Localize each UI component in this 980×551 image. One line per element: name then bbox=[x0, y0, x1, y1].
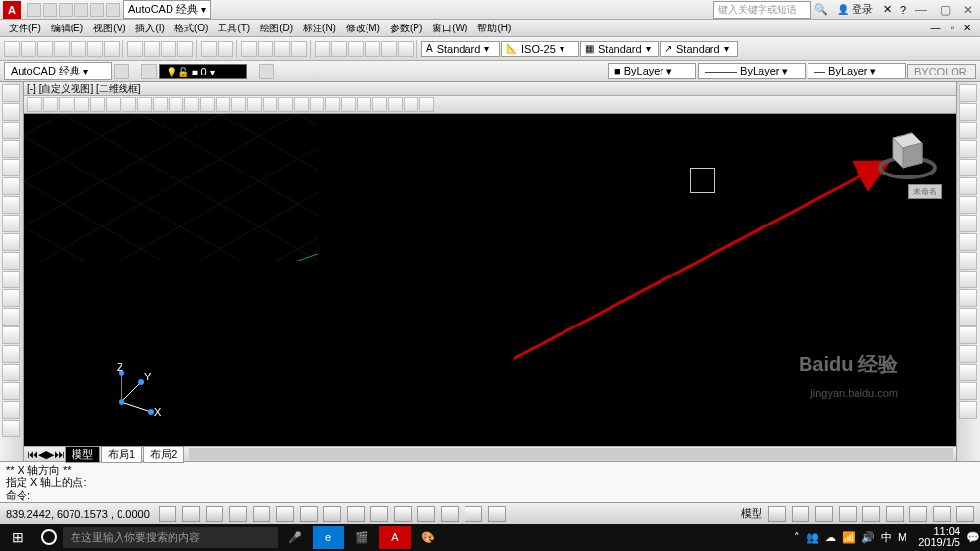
polygon-icon[interactable] bbox=[2, 140, 20, 158]
tb-props-icon[interactable] bbox=[315, 41, 330, 57]
revcloud-icon[interactable] bbox=[2, 215, 20, 232]
sb-lock-icon[interactable] bbox=[886, 506, 904, 522]
move-icon[interactable] bbox=[106, 97, 121, 112]
sb-annovis-icon[interactable] bbox=[839, 506, 857, 522]
tb-tool-icon[interactable] bbox=[348, 41, 364, 57]
layer-state-icon[interactable] bbox=[259, 64, 274, 79]
sb-ducs-icon[interactable] bbox=[347, 506, 365, 522]
cortana-icon[interactable] bbox=[41, 529, 57, 545]
trim-icon[interactable] bbox=[169, 97, 183, 112]
line-icon[interactable] bbox=[2, 84, 20, 102]
explode-icon[interactable] bbox=[263, 97, 277, 112]
taskbar-search-input[interactable]: 在这里输入你要搜索的内容 bbox=[63, 527, 278, 548]
tb-markup-icon[interactable] bbox=[381, 41, 397, 57]
color-dropdown[interactable]: ■ ByLayer ▾ bbox=[608, 63, 696, 79]
table-style-dropdown[interactable]: ▦ Standard ▾ bbox=[580, 41, 659, 57]
lineweight-dropdown[interactable]: — ByLayer ▾ bbox=[808, 63, 906, 79]
start-button[interactable]: ⊞ bbox=[0, 529, 35, 545]
r-chamfer-icon[interactable] bbox=[959, 326, 977, 344]
taskbar-mic-icon[interactable]: 🎤 bbox=[279, 526, 311, 549]
polyline-icon[interactable] bbox=[2, 122, 20, 139]
workspace-dropdown[interactable]: AutoCAD 经典 ▾ bbox=[4, 62, 112, 80]
r-erase-icon[interactable] bbox=[959, 84, 977, 102]
table-icon[interactable] bbox=[2, 382, 20, 400]
offset-icon[interactable] bbox=[74, 97, 89, 112]
layer-props-icon[interactable] bbox=[141, 64, 157, 79]
array-icon[interactable] bbox=[90, 97, 105, 112]
tray-wifi-icon[interactable]: 📶 bbox=[842, 531, 856, 544]
arc-icon[interactable] bbox=[2, 177, 20, 195]
menu-tools[interactable]: 工具(T) bbox=[215, 22, 253, 35]
taskbar-movies-icon[interactable]: 🎬 bbox=[346, 526, 377, 549]
help-search-input[interactable]: 键入关键字或短语 bbox=[713, 1, 811, 19]
tab-model[interactable]: 模型 bbox=[65, 446, 100, 463]
pline-icon[interactable] bbox=[2, 103, 20, 121]
close-button[interactable]: ✕ bbox=[956, 3, 980, 17]
tb-zoomwin-icon[interactable] bbox=[291, 41, 307, 57]
mod6-icon[interactable] bbox=[357, 97, 371, 112]
qat-open-icon[interactable] bbox=[43, 3, 57, 17]
taskbar-edge-icon[interactable]: e bbox=[313, 526, 344, 549]
fillet-icon[interactable] bbox=[247, 97, 262, 112]
ellipse-icon[interactable] bbox=[2, 252, 20, 270]
tab-nav-end-icon[interactable]: ⏭ bbox=[54, 448, 65, 460]
doc-restore-button[interactable]: ▫ bbox=[947, 23, 956, 33]
sb-lwt-icon[interactable] bbox=[394, 506, 412, 522]
mod5-icon[interactable] bbox=[341, 97, 356, 112]
r-break-icon[interactable] bbox=[959, 289, 977, 307]
r-blend-icon[interactable] bbox=[959, 364, 977, 381]
sb-3dosnap-icon[interactable] bbox=[300, 506, 318, 522]
r-trim-icon[interactable] bbox=[959, 252, 977, 270]
r-join-icon[interactable] bbox=[959, 308, 977, 326]
r-array-icon[interactable] bbox=[959, 159, 977, 176]
tray-ime-icon[interactable]: 中 bbox=[881, 530, 892, 545]
taskbar-clock[interactable]: 11:04 2019/1/5 bbox=[912, 526, 966, 548]
maximize-button[interactable]: ▢ bbox=[933, 3, 956, 17]
r-stretch-icon[interactable] bbox=[959, 233, 977, 251]
sb-infer-icon[interactable] bbox=[159, 506, 176, 522]
ucs-icon[interactable]: X Y Z bbox=[107, 363, 166, 422]
menu-edit[interactable]: 编辑(E) bbox=[48, 22, 86, 35]
help-icon[interactable]: ? bbox=[896, 4, 909, 16]
system-tray[interactable]: ˄ 👥 ☁ 📶 🔊 中 M bbox=[788, 530, 912, 545]
join-icon[interactable] bbox=[216, 97, 230, 112]
block-icon[interactable] bbox=[2, 289, 20, 307]
menu-draw[interactable]: 绘图(D) bbox=[257, 22, 296, 35]
sb-am-icon[interactable] bbox=[488, 506, 506, 522]
layer-dropdown[interactable]: 💡🔓 ■ 0 ▾ bbox=[159, 64, 247, 79]
stretch-icon[interactable] bbox=[153, 97, 168, 112]
qat-redo-icon[interactable] bbox=[106, 3, 120, 17]
tb-3ddwf-icon[interactable] bbox=[104, 41, 120, 57]
sb-tpy-icon[interactable] bbox=[417, 506, 435, 522]
rectangle-icon[interactable] bbox=[2, 159, 20, 176]
exchange-icon[interactable]: ✕ bbox=[879, 3, 896, 16]
tb-calc-icon[interactable] bbox=[398, 41, 414, 57]
menu-insert[interactable]: 插入(I) bbox=[132, 22, 167, 35]
mod4-icon[interactable] bbox=[325, 97, 340, 112]
viewport-label[interactable]: [-] [自定义视图] [二维线框] bbox=[24, 82, 956, 96]
sb-grid-icon[interactable] bbox=[206, 506, 223, 522]
drawing-canvas[interactable]: X Y Z 未命名 Baidu 经验 jingyan.baidu.com bbox=[24, 114, 956, 446]
login-link[interactable]: 👤 登录 bbox=[831, 2, 879, 17]
command-window[interactable]: ** X 轴方向 ** 指定 X 轴上的点: 命令: bbox=[0, 461, 980, 502]
tb-dcenter-icon[interactable] bbox=[331, 41, 347, 57]
mleader-style-dropdown[interactable]: ↗ Standard ▾ bbox=[660, 41, 738, 57]
sb-dyn-icon[interactable] bbox=[370, 506, 388, 522]
tray-up-icon[interactable]: ˄ bbox=[794, 531, 800, 544]
sb-snap-icon[interactable] bbox=[182, 506, 200, 522]
tb-redo-icon[interactable] bbox=[218, 41, 233, 57]
tab-nav-prev-icon[interactable]: ◀ bbox=[38, 448, 46, 461]
addselected-icon[interactable] bbox=[2, 420, 20, 437]
tb-copy-icon[interactable] bbox=[144, 41, 160, 57]
mod10-icon[interactable] bbox=[419, 97, 434, 112]
menu-window[interactable]: 窗口(W) bbox=[429, 22, 470, 35]
doc-close-button[interactable]: ✕ bbox=[960, 23, 974, 33]
tray-onedrive-icon[interactable]: ☁ bbox=[825, 531, 836, 544]
menu-modify[interactable]: 修改(M) bbox=[343, 22, 383, 35]
sb-hw-icon[interactable] bbox=[909, 506, 927, 522]
mod3-icon[interactable] bbox=[310, 97, 324, 112]
sb-annoscale-icon[interactable] bbox=[815, 506, 833, 522]
r-explode-icon[interactable] bbox=[959, 382, 977, 400]
text-style-dropdown[interactable]: A Standard ▾ bbox=[421, 41, 500, 57]
menu-help[interactable]: 帮助(H) bbox=[474, 22, 514, 35]
